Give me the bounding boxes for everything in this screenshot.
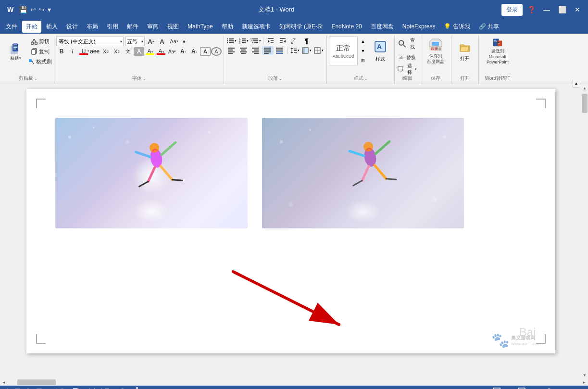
superscript-button[interactable]: X2 <box>112 47 122 56</box>
line-spacing-dropdown[interactable]: ▾ <box>298 49 300 52</box>
scroll-left-btn[interactable]: ◄ <box>0 379 8 386</box>
scroll-thumb[interactable] <box>582 94 588 113</box>
copy-button[interactable]: 复制 <box>28 47 52 56</box>
web-layout-btn[interactable] <box>517 387 526 389</box>
quick-save-btn[interactable]: 💾 <box>19 6 27 13</box>
select-dropdown[interactable]: ▾ <box>415 67 417 71</box>
shading-dropdown[interactable]: ▾ <box>310 49 312 52</box>
font-label[interactable]: 字体 ⌄ <box>132 75 146 82</box>
encircle-btn[interactable]: A <box>211 47 222 56</box>
print-layout-btn[interactable] <box>492 387 501 389</box>
open-button[interactable]: 打开 <box>453 37 476 66</box>
menu-mathtype[interactable]: MathType <box>184 21 217 32</box>
clear-format-btn[interactable]: ♦ <box>180 37 191 46</box>
menu-design[interactable]: 设计 <box>63 21 82 33</box>
menu-insert[interactable]: 插入 <box>42 21 62 33</box>
phonetic-btn[interactable]: 文 <box>123 47 133 56</box>
border-char-btn[interactable]: A <box>200 47 211 56</box>
menu-mailings[interactable]: 邮件 <box>123 21 142 33</box>
show-marks-btn[interactable]: ¶ <box>301 37 313 45</box>
save-to-baidu-button[interactable]: 百度 网盘 保存到百度网盘 <box>422 37 449 66</box>
select-button[interactable]: 选择 ▾ <box>397 64 418 74</box>
style-more-btn[interactable]: ⊞ <box>360 56 366 65</box>
underline-dropdown[interactable]: ▾ <box>88 49 89 52</box>
menu-cnki[interactable]: 知网研学 (原E-St <box>275 21 327 33</box>
change-case-btn[interactable]: Aa▾ <box>169 37 179 46</box>
minimize-button[interactable]: — <box>540 3 553 16</box>
dist-chinese-btn[interactable] <box>274 46 286 55</box>
font-name-dropdown[interactable]: ▾ <box>119 39 123 44</box>
menu-noteexpress[interactable]: NoteExpress <box>399 21 439 32</box>
bullet-list-btn[interactable]: ▾ <box>226 37 238 45</box>
highlight-dropdown[interactable]: ▾ <box>151 50 153 53</box>
menu-references[interactable]: 引用 <box>103 21 122 33</box>
menu-view[interactable]: 视图 <box>163 21 183 33</box>
scroll-track[interactable] <box>581 92 588 371</box>
h-scroll-thumb[interactable] <box>17 379 56 385</box>
styles-label-group[interactable]: 样式 ⌄ <box>354 75 368 82</box>
format-painter-button[interactable]: 格式刷 <box>28 57 52 66</box>
multilevel-list-btn[interactable]: ▾ <box>250 37 262 45</box>
menu-review[interactable]: 审阅 <box>143 21 163 33</box>
decrease-indent-btn[interactable] <box>265 37 276 45</box>
font-color-btn[interactable]: A ▾ <box>156 47 166 56</box>
font-shrink-btn[interactable]: A- <box>157 37 168 46</box>
font-color-dropdown[interactable]: ▾ <box>163 50 164 53</box>
font-grow-btn[interactable]: A+ <box>146 37 156 46</box>
replace-button[interactable]: ab→ 替换 <box>397 53 418 63</box>
aa-case-btn[interactable]: Aa▾ <box>167 47 177 56</box>
paragraph-label[interactable]: 段落 ⌄ <box>268 75 282 82</box>
paste-button[interactable]: 粘贴▾ <box>4 37 27 66</box>
menu-help[interactable]: 帮助 <box>218 21 237 33</box>
highlight-btn[interactable]: A ▾ <box>145 47 155 56</box>
cut-button[interactable]: 剪切 <box>28 37 52 46</box>
menu-tell-me[interactable]: 💡 告诉我 <box>440 21 474 33</box>
menu-share[interactable]: 🔗 共享 <box>475 21 503 33</box>
read-mode-btn[interactable] <box>505 387 513 389</box>
justify-btn[interactable] <box>262 46 274 55</box>
login-button[interactable]: 登录 <box>501 4 523 16</box>
restore-button[interactable]: ⬜ <box>555 3 569 16</box>
menu-home[interactable]: 开始 <box>22 21 41 33</box>
align-center-btn[interactable] <box>238 46 250 55</box>
styles-pane-btn[interactable]: A 样式 <box>368 37 392 65</box>
scroll-up-btn[interactable]: ▲ <box>581 84 588 92</box>
increase-indent-btn[interactable] <box>277 37 288 45</box>
char-shrink-btn[interactable]: A↓ <box>189 47 200 56</box>
menu-layout[interactable]: 布局 <box>83 21 102 33</box>
border-dropdown[interactable]: ▾ <box>322 49 324 52</box>
scroll-right-btn[interactable]: ► <box>580 379 588 386</box>
quick-redo-btn[interactable]: ↪ <box>39 6 45 13</box>
left-image[interactable] <box>55 118 248 228</box>
font-size-dropdown[interactable]: ▾ <box>140 39 144 44</box>
quick-undo-btn[interactable]: ↩ <box>30 6 36 13</box>
horizontal-scrollbar[interactable]: ◄ ► <box>0 379 588 386</box>
numbered-list-btn[interactable]: 1.2.3. ▾ <box>238 37 250 45</box>
italic-button[interactable]: I <box>67 47 78 56</box>
close-button[interactable]: ✕ <box>571 3 584 16</box>
font-name-input[interactable] <box>57 38 119 44</box>
font-size-input[interactable] <box>126 38 140 44</box>
h-scroll-track[interactable] <box>8 379 580 386</box>
bold-button[interactable]: B <box>56 47 67 56</box>
strikethrough-button[interactable]: abc <box>89 47 100 56</box>
char-grow-btn[interactable]: A↑ <box>178 47 188 56</box>
sort-btn[interactable]: ↕ZA <box>289 37 300 45</box>
line-spacing-btn[interactable]: ▾ <box>289 46 300 55</box>
send-to-ppt-button[interactable]: W P 发送到Microsoft PowerPoint <box>481 37 514 66</box>
underline-button[interactable]: U ▾ <box>78 47 89 56</box>
subscript-button[interactable]: X2 <box>100 47 111 56</box>
titlebar-help-btn[interactable]: ❓ <box>525 3 538 16</box>
numbered-list-dropdown[interactable]: ▾ <box>247 39 249 43</box>
ribbon-collapse-btn[interactable]: ▲ <box>573 80 579 88</box>
shading-btn[interactable]: ▾ <box>301 46 313 55</box>
scroll-down-btn[interactable]: ▼ <box>581 371 588 379</box>
multilevel-dropdown[interactable]: ▾ <box>259 39 261 43</box>
bullet-list-dropdown[interactable]: ▾ <box>235 39 237 43</box>
menu-file[interactable]: 文件 <box>2 21 21 33</box>
menu-endnote[interactable]: EndNote 20 <box>327 21 365 32</box>
style-normal-preview[interactable]: 正常 AaBbCcDd <box>329 37 358 65</box>
align-left-btn[interactable] <box>226 46 238 55</box>
border-btn[interactable]: ▾ <box>313 46 325 55</box>
quick-customize-btn[interactable]: ▾ <box>48 6 51 13</box>
